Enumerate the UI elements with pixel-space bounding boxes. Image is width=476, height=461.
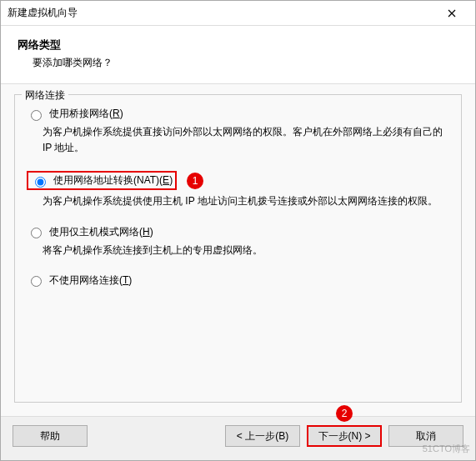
wizard-content: 网络连接 使用桥接网络(R) 为客户机操作系统提供直接访问外部以太网网络的权限。… — [1, 84, 475, 416]
option-bridge: 使用桥接网络(R) 为客户机操作系统提供直接访问外部以太网网络的权限。客户机在外… — [27, 107, 449, 156]
next-button-wrap: 2 下一步(N) > — [307, 425, 382, 447]
window-title: 新建虚拟机向导 — [8, 6, 435, 20]
close-button[interactable] — [435, 2, 468, 25]
page-subtitle: 要添加哪类网络？ — [18, 56, 458, 70]
back-button[interactable]: < 上一步(B) — [225, 425, 300, 447]
wizard-header: 网络类型 要添加哪类网络？ — [1, 26, 475, 84]
radio-hostonly[interactable] — [31, 228, 42, 238]
next-button[interactable]: 下一步(N) > — [307, 425, 382, 447]
option-hostonly-row[interactable]: 使用仅主机模式网络(H) — [27, 225, 449, 239]
groupbox-label: 网络连接 — [22, 88, 68, 103]
radio-bridge[interactable] — [31, 110, 42, 121]
option-hostonly-desc: 将客户机操作系统连接到主机上的专用虚拟网络。 — [43, 243, 449, 258]
option-bridge-label: 使用桥接网络(R) — [49, 107, 123, 121]
option-none-row[interactable]: 不使用网络连接(T) — [27, 273, 449, 288]
option-nat-desc: 为客户机操作系统提供使用主机 IP 地址访问主机拨号连接或外部以太网网络连接的权… — [43, 193, 449, 209]
option-hostonly: 使用仅主机模式网络(H) 将客户机操作系统连接到主机上的专用虚拟网络。 — [27, 225, 449, 258]
wizard-footer: 帮助 < 上一步(B) 2 下一步(N) > 取消 — [1, 416, 475, 460]
option-hostonly-label: 使用仅主机模式网络(H) — [49, 225, 153, 239]
option-nat-label[interactable]: 使用网络地址转换(NAT)(E) — [53, 173, 173, 188]
cancel-button[interactable]: 取消 — [388, 425, 463, 447]
close-icon — [448, 9, 456, 18]
help-button[interactable]: 帮助 — [13, 425, 88, 447]
option-bridge-desc: 为客户机操作系统提供直接访问外部以太网网络的权限。客户机在外部网络上必须有自己的… — [43, 124, 449, 156]
annotation-badge-1: 1 — [187, 173, 203, 189]
option-bridge-row[interactable]: 使用桥接网络(R) — [27, 107, 449, 121]
titlebar: 新建虚拟机向导 — [1, 1, 475, 26]
annotation-badge-2: 2 — [336, 405, 353, 422]
option-none-label: 不使用网络连接(T) — [49, 273, 132, 288]
option-nat: 使用网络地址转换(NAT)(E) 1 为客户机操作系统提供使用主机 IP 地址访… — [27, 171, 449, 209]
option-none: 不使用网络连接(T) — [27, 273, 449, 288]
option-nat-highlight: 使用网络地址转换(NAT)(E) — [27, 171, 177, 190]
radio-nat[interactable] — [35, 177, 46, 188]
radio-none[interactable] — [31, 276, 42, 287]
page-title: 网络类型 — [18, 38, 458, 53]
network-groupbox: 网络连接 使用桥接网络(R) 为客户机操作系统提供直接访问外部以太网网络的权限。… — [14, 94, 462, 403]
wizard-window: 新建虚拟机向导 网络类型 要添加哪类网络？ 网络连接 使用桥接网络(R) 为客户… — [0, 0, 476, 461]
